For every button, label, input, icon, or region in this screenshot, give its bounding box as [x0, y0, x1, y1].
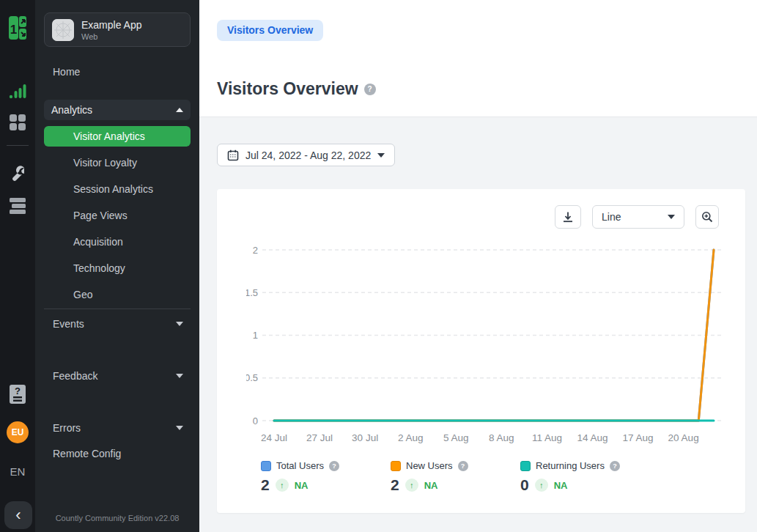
svg-text:1: 1 — [10, 23, 17, 37]
returning-users-swatch-icon — [520, 461, 531, 471]
sidebar-group-analytics[interactable]: Analytics — [44, 100, 191, 120]
sidebar-item-geo[interactable]: Geo — [35, 284, 199, 305]
sidebar-group-label: Events — [53, 314, 84, 334]
chevron-down-icon — [176, 374, 183, 378]
report-manager-icon[interactable]: ? — [0, 384, 35, 404]
page-title: Visitors Overview — [217, 79, 358, 99]
sidebar-item-technology[interactable]: Technology — [35, 258, 199, 278]
chart-type-select[interactable]: Line — [592, 205, 684, 229]
chart-type-value: Line — [602, 211, 621, 223]
rail-divider — [7, 145, 29, 146]
svg-text:0: 0 — [253, 415, 258, 426]
visitors-chart-card: Line 00.511.5224 Jul27 Jul30 Jul2 Aug5 A… — [217, 189, 745, 513]
chevron-down-icon — [176, 426, 183, 430]
chart-toolbar: Line — [555, 205, 719, 229]
download-icon — [562, 211, 574, 223]
download-chart-button[interactable] — [555, 205, 581, 229]
chart-legend: Total Users ? 2 ↑ NA New Users ? 2 ↑ — [261, 460, 650, 494]
date-range-label: Jul 24, 2022 - Aug 22, 2022 — [245, 149, 371, 161]
sidebar-item-visitor-loyalty[interactable]: Visitor Loyalty — [35, 152, 199, 173]
sidebar-group-label: Analytics — [51, 100, 92, 120]
tab-visitors-overview[interactable]: Visitors Overview — [217, 20, 323, 41]
svg-text:17 Aug: 17 Aug — [623, 432, 654, 443]
sidebar-item-home[interactable]: Home — [35, 62, 199, 82]
top-band: Visitors Overview Visitors Overview ? — [199, 0, 757, 117]
sidebar-item-visitor-analytics[interactable]: Visitor Analytics — [44, 126, 191, 147]
legend-item-returning-users: Returning Users ? 0 ↑ NA — [520, 460, 650, 494]
chevron-left-icon: ‹ — [15, 506, 21, 525]
main-content: Visitors Overview Visitors Overview ? Ju… — [199, 0, 757, 532]
sidebar-group-feedback[interactable]: Feedback — [44, 366, 191, 386]
legend-value: 0 — [520, 476, 529, 494]
trend-change: NA — [424, 480, 438, 491]
sidebar-group-label: Errors — [53, 418, 81, 438]
trend-change: NA — [554, 480, 568, 491]
svg-text:11 Aug: 11 Aug — [532, 432, 562, 443]
sidebar-group-label: Feedback — [53, 366, 97, 386]
zoom-chart-button[interactable] — [695, 205, 719, 229]
svg-text:2: 2 — [253, 245, 258, 256]
help-icon[interactable]: ? — [458, 461, 468, 471]
menu-divider — [44, 309, 191, 309]
svg-text:27 Jul: 27 Jul — [306, 432, 333, 443]
language-toggle[interactable]: EN — [0, 465, 35, 478]
chevron-down-icon — [668, 215, 675, 219]
legend-label: Returning Users — [536, 460, 605, 471]
edition-version-label: Countly Community Edition v22.08 — [35, 514, 199, 522]
legend-label: Total Users — [276, 460, 324, 471]
app-name: Example App — [81, 19, 142, 31]
sidebar-item-remote-config[interactable]: Remote Config — [35, 443, 199, 464]
countly-logo: 1 — [8, 15, 27, 43]
total-users-swatch-icon — [261, 461, 271, 471]
svg-text:30 Jul: 30 Jul — [352, 432, 378, 443]
trend-change: NA — [295, 480, 309, 491]
date-range-picker[interactable]: Jul 24, 2022 - Aug 22, 2022 — [217, 144, 395, 166]
svg-text:?: ? — [15, 385, 21, 396]
chevron-down-icon — [377, 153, 385, 158]
svg-text:1: 1 — [253, 330, 258, 341]
svg-text:5 Aug: 5 Aug — [443, 432, 469, 443]
plugins-grid-icon[interactable] — [0, 114, 35, 131]
collapse-sidebar-button[interactable]: ‹ — [4, 501, 32, 529]
magnifier-plus-icon — [701, 211, 713, 223]
help-icon[interactable]: ? — [364, 84, 376, 95]
svg-text:20 Aug: 20 Aug — [668, 432, 699, 443]
chevron-up-icon — [176, 108, 183, 112]
icon-rail: 1 ? — [0, 0, 35, 532]
new-users-swatch-icon — [391, 461, 401, 471]
sidebar-group-events[interactable]: Events — [44, 314, 191, 334]
legend-item-new-users: New Users ? 2 ↑ NA — [391, 460, 520, 494]
app-selector[interactable]: Example App Web — [44, 12, 191, 47]
svg-text:14 Aug: 14 Aug — [577, 432, 608, 443]
legend-label: New Users — [406, 460, 453, 471]
sidebar-item-page-views[interactable]: Page Views — [35, 205, 199, 226]
sidebar-item-session-analytics[interactable]: Session Analytics — [35, 179, 199, 199]
management-wrench-icon[interactable] — [0, 165, 35, 182]
svg-text:24 Jul: 24 Jul — [261, 432, 287, 443]
chevron-down-icon — [176, 322, 183, 326]
svg-text:1.5: 1.5 — [246, 287, 258, 298]
sidebar-item-acquisition[interactable]: Acquisition — [35, 232, 199, 252]
legend-value: 2 — [391, 476, 399, 494]
legend-item-total-users: Total Users ? 2 ↑ NA — [261, 460, 391, 494]
line-chart[interactable]: 00.511.5224 Jul27 Jul30 Jul2 Aug5 Aug8 A… — [246, 242, 733, 454]
analytics-bars-icon[interactable] — [0, 82, 35, 100]
user-avatar[interactable]: EU — [7, 421, 29, 443]
data-stack-icon[interactable] — [0, 198, 35, 214]
app-platform: Web — [81, 32, 142, 41]
trend-up-icon: ↑ — [535, 479, 548, 492]
calendar-icon — [227, 149, 239, 161]
app-placeholder-icon — [52, 19, 74, 41]
sidebar-group-errors[interactable]: Errors — [44, 418, 191, 438]
svg-text:8 Aug: 8 Aug — [489, 432, 514, 443]
help-icon[interactable]: ? — [329, 461, 339, 471]
svg-text:2 Aug: 2 Aug — [398, 432, 424, 443]
trend-up-icon: ↑ — [276, 479, 289, 492]
countly-logo-icon[interactable]: 1 — [0, 15, 35, 43]
help-icon[interactable]: ? — [610, 461, 620, 471]
legend-value: 2 — [261, 476, 270, 494]
svg-text:0.5: 0.5 — [246, 372, 258, 383]
trend-up-icon: ↑ — [405, 479, 418, 492]
sidebar-menu: Example App Web Home Analytics Visitor A… — [35, 0, 199, 532]
